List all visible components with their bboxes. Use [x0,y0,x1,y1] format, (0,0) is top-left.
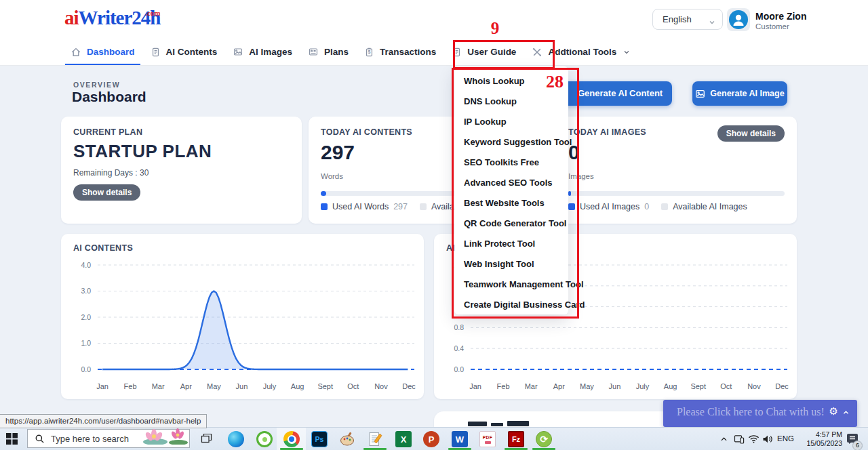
chevron-up-icon[interactable] [843,410,849,415]
tray-notification-icon[interactable]: 6 [846,432,859,448]
svg-text:Nov: Nov [374,382,388,390]
dropdown-item-web-insight-tool[interactable]: Web Insight Tool [454,254,568,274]
logo-suffix: .com [145,1,160,25]
taskbar-icon-excel[interactable]: X [395,431,412,447]
taskbar-icon-notepad[interactable] [367,431,383,447]
svg-text:July: July [263,382,277,390]
tray-volume-icon[interactable] [762,434,773,444]
avatar[interactable] [727,8,750,31]
svg-text:Dec: Dec [775,382,789,390]
search-flower-decoration [140,426,189,447]
page-title: Dashboard [72,89,146,105]
screen: aiWriter24h .com English Moore Zion Cust… [0,0,868,450]
taskbar-icon-word[interactable]: W [452,431,468,447]
dropdown-item-dns-lookup[interactable]: DNS Lookup [454,91,568,112]
language-select[interactable]: English [652,9,723,30]
taskbar-icon-filezilla[interactable]: Fz [508,431,524,447]
dropdown-item-seo-toolkits-free[interactable]: SEO Toolkits Free [454,152,568,173]
used-words-swatch [321,203,328,210]
dropdown-item-qr-code-generator-tool[interactable]: QR Code Generator Tool [454,213,568,234]
ai-contents-card-label: TODAY AI CONTENTS [321,127,412,137]
taskbar-icon-paint[interactable] [339,431,355,447]
nav-item-label: AI Contents [166,47,218,57]
svg-text:July: July [636,382,650,390]
plan-show-details-button[interactable]: Show details [73,184,140,201]
generate-ai-image-label: Generate AI Image [710,89,784,98]
svg-text:Aug: Aug [291,382,304,390]
dropdown-item-ip-lookup[interactable]: IP Lookup [454,112,568,132]
available-images-label: Available AI Images [673,202,747,211]
user-name: Moore Zion [755,11,806,22]
svg-text:2.0: 2.0 [81,313,91,321]
chat-widget[interactable]: Please Click here to Chat with us! ⚙ [663,400,857,427]
svg-text:Mar: Mar [525,382,538,390]
tray-wifi-icon[interactable] [748,434,760,444]
svg-text:1.0: 1.0 [81,339,91,347]
ai-contents-progress-fill [321,191,326,196]
annotation-number-nav: 9 [484,19,506,38]
svg-text:Sept: Sept [317,382,333,390]
current-plan-card: CURRENT PLAN STARTUP PLAN Remaining Days… [61,117,302,224]
tray-language-indicator[interactable]: ENG [777,434,794,443]
plan-name: STARTUP PLAN [73,141,212,162]
app-header: aiWriter24h .com English Moore Zion Cust… [0,0,868,39]
tray-clock[interactable]: 4:57 PM 15/05/2023 [793,430,842,448]
search-icon [35,434,45,444]
svg-text:May: May [580,382,594,390]
nav-item-dashboard[interactable]: Dashboard [71,39,135,65]
brand-logo[interactable]: aiWriter24h .com [64,5,161,30]
taskbar-icon-sync[interactable]: ⟳ [536,431,552,447]
nav-item-ai-contents[interactable]: AI Contents [151,39,218,65]
generate-ai-content-label: Generate AI Content [578,88,663,98]
available-images-swatch [661,203,668,210]
status-url-tooltip: https://app.aiwriter24h.com/user/dashboa… [0,414,207,428]
dropdown-item-keyword-suggestion-tool[interactable]: Keyword Suggestion Tool [454,132,568,152]
nav-item-ai-images[interactable]: AI Images [233,39,292,65]
svg-text:0.0: 0.0 [81,365,91,373]
start-button[interactable] [6,433,18,445]
taskbar-icon-powerpoint[interactable]: P [423,431,439,447]
gear-icon[interactable]: ⚙ [829,405,838,417]
svg-text:Jan: Jan [96,382,108,390]
card-icon [308,47,319,57]
svg-text:Jun: Jun [236,382,248,390]
taskbar-icon-edge[interactable] [228,431,244,447]
dropdown-item-best-website-tools[interactable]: Best Website Tools [454,193,568,213]
today-ai-images-card: TODAY AI IMAGES Show details 0 Images Us… [556,117,797,224]
windows-taskbar: Type here to search PsXPWPDFFz⟳ [0,427,868,450]
taskbar-icon-acrobat[interactable]: PDF [479,431,496,447]
svg-text:3.0: 3.0 [81,287,91,295]
svg-text:0.0: 0.0 [454,365,464,373]
page-eyebrow: OVERVIEW [73,81,120,89]
nav-item-user-guide[interactable]: User Guide [452,39,516,65]
nav-item-label: AI Images [249,47,292,57]
task-view-button[interactable] [201,433,212,445]
nav-item-label: Transactions [380,47,436,57]
nav-item-addtional-tools[interactable]: Addtional Tools [532,39,630,65]
svg-text:Oct: Oct [720,382,732,390]
logo-part-ai: ai [64,7,79,28]
ai-contents-chart-title: AI CONTENTS [73,243,133,253]
tray-chevron-up-icon[interactable] [720,436,728,443]
chevron-down-icon [709,16,715,28]
nav-item-plans[interactable]: Plans [308,39,349,65]
tray-your-phone-icon[interactable] [734,434,745,444]
generate-ai-image-button[interactable]: Generate AI Image [692,81,787,106]
taskbar-icon-green-browser[interactable] [256,431,273,447]
nav-item-label: Dashboard [87,47,135,57]
taskbar-icon-chrome[interactable] [283,431,300,447]
ai-contents-chart-card: AI CONTENTS 4.03.02.01.00.0JanFebMarAprM… [61,234,424,399]
dropdown-item-teamwork-management-tool[interactable]: Teamwork Management Tool [454,274,568,295]
dropdown-item-link-protect-tool[interactable]: Link Protect Tool [454,234,568,254]
svg-text:Nov: Nov [747,382,761,390]
images-show-details-button[interactable]: Show details [717,125,785,142]
svg-text:0.8: 0.8 [454,323,464,331]
ai-contents-unit: Words [321,172,343,180]
tray-date-value: 15/05/2023 [793,439,842,448]
nav-item-transactions[interactable]: $Transactions [364,39,436,65]
taskbar-search-input[interactable]: Type here to search [27,429,190,448]
dropdown-item-advanced-seo-tools[interactable]: Advanced SEO Tools [454,173,568,193]
image-icon [695,89,705,99]
dropdown-item-create-digital-business-card[interactable]: Create Digital Business Card [454,295,568,315]
taskbar-icon-photoshop[interactable]: Ps [311,431,328,447]
